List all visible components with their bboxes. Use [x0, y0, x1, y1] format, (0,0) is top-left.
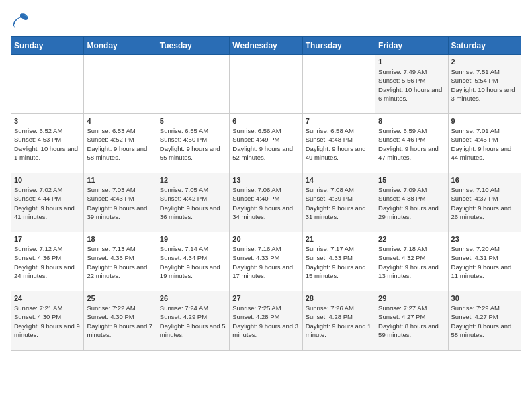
day-info: Sunrise: 7:29 AM Sunset: 4:27 PM Dayligh… [451, 304, 518, 339]
calendar-cell: 25Sunrise: 7:22 AM Sunset: 4:30 PM Dayli… [84, 291, 157, 351]
calendar-cell [84, 55, 157, 114]
weekday-header-thursday: Thursday [302, 37, 375, 55]
day-number: 19 [160, 235, 226, 243]
day-number: 18 [87, 235, 153, 243]
calendar-cell: 16Sunrise: 7:10 AM Sunset: 4:37 PM Dayli… [448, 173, 521, 232]
day-number: 22 [378, 235, 445, 243]
calendar-cell: 5Sunrise: 6:55 AM Sunset: 4:50 PM Daylig… [157, 114, 229, 173]
day-number: 9 [451, 117, 518, 125]
weekday-header-monday: Monday [84, 37, 157, 55]
calendar-cell: 10Sunrise: 7:02 AM Sunset: 4:44 PM Dayli… [11, 173, 84, 232]
day-number: 12 [160, 176, 226, 184]
calendar-cell: 9Sunrise: 7:01 AM Sunset: 4:45 PM Daylig… [448, 114, 521, 173]
day-number: 21 [306, 235, 372, 243]
page-header [11, 11, 521, 30]
day-info: Sunrise: 7:20 AM Sunset: 4:31 PM Dayligh… [451, 244, 518, 280]
calendar-week-3: 10Sunrise: 7:02 AM Sunset: 4:44 PM Dayli… [11, 173, 521, 232]
calendar-cell: 27Sunrise: 7:25 AM Sunset: 4:28 PM Dayli… [230, 291, 302, 351]
day-info: Sunrise: 7:06 AM Sunset: 4:40 PM Dayligh… [232, 185, 299, 221]
day-number: 30 [451, 294, 518, 302]
day-info: Sunrise: 7:49 AM Sunset: 5:56 PM Dayligh… [378, 67, 445, 103]
calendar-header-row: SundayMondayTuesdayWednesdayThursdayFrid… [11, 37, 521, 55]
day-number: 23 [451, 235, 518, 243]
weekday-header-friday: Friday [375, 37, 448, 55]
calendar-cell [11, 55, 84, 114]
calendar-cell: 4Sunrise: 6:53 AM Sunset: 4:52 PM Daylig… [84, 114, 157, 173]
calendar-table: SundayMondayTuesdayWednesdayThursdayFrid… [11, 36, 521, 351]
calendar-cell: 17Sunrise: 7:12 AM Sunset: 4:36 PM Dayli… [11, 232, 84, 291]
day-info: Sunrise: 7:05 AM Sunset: 4:42 PM Dayligh… [160, 185, 226, 221]
calendar-cell: 23Sunrise: 7:20 AM Sunset: 4:31 PM Dayli… [448, 232, 521, 291]
day-info: Sunrise: 7:13 AM Sunset: 4:35 PM Dayligh… [87, 244, 153, 280]
day-number: 25 [87, 294, 153, 302]
calendar-cell: 12Sunrise: 7:05 AM Sunset: 4:42 PM Dayli… [157, 173, 229, 232]
weekday-header-wednesday: Wednesday [230, 37, 302, 55]
day-info: Sunrise: 7:14 AM Sunset: 4:34 PM Dayligh… [160, 244, 226, 280]
calendar-cell: 13Sunrise: 7:06 AM Sunset: 4:40 PM Dayli… [230, 173, 302, 232]
calendar-cell [157, 55, 229, 114]
calendar-cell: 19Sunrise: 7:14 AM Sunset: 4:34 PM Dayli… [157, 232, 229, 291]
day-info: Sunrise: 7:09 AM Sunset: 4:38 PM Dayligh… [378, 185, 445, 221]
calendar-cell [230, 55, 302, 114]
day-number: 3 [14, 117, 81, 125]
day-info: Sunrise: 7:10 AM Sunset: 4:37 PM Dayligh… [451, 185, 518, 221]
day-info: Sunrise: 7:25 AM Sunset: 4:28 PM Dayligh… [232, 304, 299, 339]
day-info: Sunrise: 6:58 AM Sunset: 4:48 PM Dayligh… [306, 126, 372, 162]
calendar-cell: 14Sunrise: 7:08 AM Sunset: 4:39 PM Dayli… [302, 173, 375, 232]
day-info: Sunrise: 7:18 AM Sunset: 4:32 PM Dayligh… [378, 244, 445, 280]
day-info: Sunrise: 7:26 AM Sunset: 4:28 PM Dayligh… [306, 304, 372, 339]
day-number: 13 [232, 176, 299, 184]
day-info: Sunrise: 7:21 AM Sunset: 4:30 PM Dayligh… [14, 304, 81, 339]
day-number: 2 [451, 58, 518, 66]
day-number: 17 [14, 235, 81, 243]
calendar-week-4: 17Sunrise: 7:12 AM Sunset: 4:36 PM Dayli… [11, 232, 521, 291]
day-number: 11 [87, 176, 153, 184]
day-number: 14 [306, 176, 372, 184]
calendar-cell: 15Sunrise: 7:09 AM Sunset: 4:38 PM Dayli… [375, 173, 448, 232]
calendar-cell: 2Sunrise: 7:51 AM Sunset: 5:54 PM Daylig… [448, 55, 521, 114]
day-info: Sunrise: 7:16 AM Sunset: 4:33 PM Dayligh… [232, 244, 299, 280]
calendar-cell: 26Sunrise: 7:24 AM Sunset: 4:29 PM Dayli… [157, 291, 229, 351]
day-info: Sunrise: 7:27 AM Sunset: 4:27 PM Dayligh… [378, 304, 445, 339]
calendar-cell: 21Sunrise: 7:17 AM Sunset: 4:33 PM Dayli… [302, 232, 375, 291]
day-number: 10 [14, 176, 81, 184]
calendar-cell: 20Sunrise: 7:16 AM Sunset: 4:33 PM Dayli… [230, 232, 302, 291]
day-info: Sunrise: 7:12 AM Sunset: 4:36 PM Dayligh… [14, 244, 81, 280]
calendar-cell: 3Sunrise: 6:52 AM Sunset: 4:53 PM Daylig… [11, 114, 84, 173]
day-number: 6 [232, 117, 299, 125]
calendar-cell: 11Sunrise: 7:03 AM Sunset: 4:43 PM Dayli… [84, 173, 157, 232]
day-info: Sunrise: 7:02 AM Sunset: 4:44 PM Dayligh… [14, 185, 81, 221]
day-number: 1 [378, 58, 445, 66]
day-info: Sunrise: 7:08 AM Sunset: 4:39 PM Dayligh… [306, 185, 372, 221]
calendar-cell: 29Sunrise: 7:27 AM Sunset: 4:27 PM Dayli… [375, 291, 448, 351]
day-number: 26 [160, 294, 226, 302]
logo [11, 11, 34, 30]
calendar-cell: 18Sunrise: 7:13 AM Sunset: 4:35 PM Dayli… [84, 232, 157, 291]
calendar-week-2: 3Sunrise: 6:52 AM Sunset: 4:53 PM Daylig… [11, 114, 521, 173]
day-info: Sunrise: 7:24 AM Sunset: 4:29 PM Dayligh… [160, 304, 226, 339]
day-info: Sunrise: 7:03 AM Sunset: 4:43 PM Dayligh… [87, 185, 153, 221]
day-info: Sunrise: 6:59 AM Sunset: 4:46 PM Dayligh… [378, 126, 445, 162]
day-number: 8 [378, 117, 445, 125]
calendar-cell: 28Sunrise: 7:26 AM Sunset: 4:28 PM Dayli… [302, 291, 375, 351]
day-number: 5 [160, 117, 226, 125]
day-info: Sunrise: 7:51 AM Sunset: 5:54 PM Dayligh… [451, 67, 518, 103]
day-number: 15 [378, 176, 445, 184]
calendar-cell: 22Sunrise: 7:18 AM Sunset: 4:32 PM Dayli… [375, 232, 448, 291]
day-info: Sunrise: 6:55 AM Sunset: 4:50 PM Dayligh… [160, 126, 226, 162]
day-info: Sunrise: 7:01 AM Sunset: 4:45 PM Dayligh… [451, 126, 518, 162]
day-info: Sunrise: 7:22 AM Sunset: 4:30 PM Dayligh… [87, 304, 153, 339]
weekday-header-sunday: Sunday [11, 37, 84, 55]
calendar-cell [302, 55, 375, 114]
calendar-cell: 7Sunrise: 6:58 AM Sunset: 4:48 PM Daylig… [302, 114, 375, 173]
logo-bird-icon [11, 11, 30, 30]
day-info: Sunrise: 6:56 AM Sunset: 4:49 PM Dayligh… [232, 126, 299, 162]
calendar-cell: 8Sunrise: 6:59 AM Sunset: 4:46 PM Daylig… [375, 114, 448, 173]
calendar-cell: 30Sunrise: 7:29 AM Sunset: 4:27 PM Dayli… [448, 291, 521, 351]
day-number: 7 [306, 117, 372, 125]
day-number: 20 [232, 235, 299, 243]
calendar-cell: 24Sunrise: 7:21 AM Sunset: 4:30 PM Dayli… [11, 291, 84, 351]
day-number: 24 [14, 294, 81, 302]
day-number: 27 [232, 294, 299, 302]
day-number: 28 [306, 294, 372, 302]
